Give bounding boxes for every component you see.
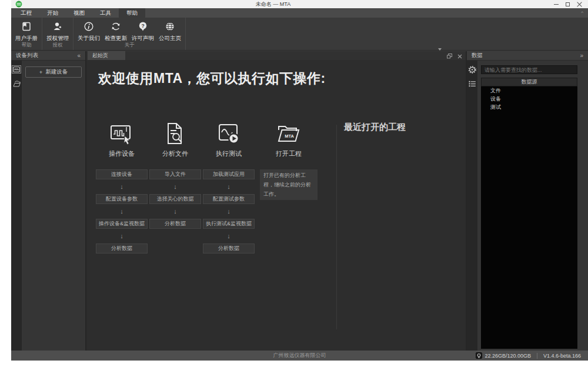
menu-tab-help[interactable]: 帮助 [119,8,145,18]
license-icon: ? [138,21,148,32]
about-us-button[interactable]: 关于我们 [75,18,102,42]
tab-actions [438,51,462,60]
operate-device-action[interactable]: 操作设备 [109,122,135,158]
close-tab-button[interactable] [457,51,462,61]
menu-tab-project[interactable]: 工程 [13,8,39,18]
data-list-view-button[interactable] [467,79,477,88]
window-controls [554,0,582,8]
tab-list-dropdown-button[interactable] [438,51,442,61]
workflow-step: 配置设备参数 [96,194,148,204]
operate-device-icon [109,122,134,145]
ribbon-group-about: 关于我们 检查更新 ? [74,18,186,50]
recent-projects-title: 最近打开的工程 [344,122,406,133]
gear-icon [469,66,476,74]
arrow-down-icon: ↓ [203,204,255,219]
arrow-down-icon: ↓ [149,179,201,194]
float-window-icon [447,54,452,59]
expand-panel-button[interactable]: » [575,52,588,59]
menu-tab-tools[interactable]: 工具 [92,8,119,18]
menubar: 工程 开始 视图 工具 帮助 ^ [11,8,588,18]
tab-start-page[interactable]: 起始页 [88,51,125,60]
statusbar: 广州致远仪器有限公司 22.26GB/120.00GB V1.4.6-beta.… [11,351,588,361]
folder-icon [13,81,21,87]
data-source-table: 数据源 文件 设备 测试 [481,78,577,349]
welcome-heading: 欢迎使用MTA，您可以执行如下操作: [98,69,326,88]
run-test-action[interactable]: 执行测试 [216,122,242,158]
data-panel-body: 数据源 文件 设备 测试 [467,61,588,351]
open-project-action[interactable]: MTA 打开工程 [276,122,302,158]
device-view-icon [13,66,20,72]
statusbar-separator [537,353,537,359]
version-text: V1.4.6-beta.166 [543,353,581,359]
workflow-step: 分析数据 [96,243,148,253]
ribbon-group-label: 授权 [42,42,73,49]
arrow-down-icon: ↓ [96,204,148,219]
workflow-step: 执行测试&监视数据 [203,219,255,229]
folder-label: MTA [285,134,294,139]
workflow-title: 操作设备 [109,149,135,158]
data-panel-header: 数据 » [467,51,588,61]
workflow-title: 分析文件 [162,149,188,158]
analyze-file-action[interactable]: 分析文件 [162,122,188,158]
ribbon-group-label: 关于 [74,42,185,49]
device-list-panel-title: 设备列表 [11,52,72,59]
menu-tab-start[interactable]: 开始 [39,8,66,18]
tree-item-files[interactable]: 文件 [481,86,577,95]
start-page-content: 欢迎使用MTA，您可以执行如下操作: 操作设备 连接设备 [86,60,466,351]
maximize-button[interactable] [566,2,570,6]
license-statement-button[interactable]: ? 许可声明 [129,18,156,42]
workflow-title: 打开工程 [276,149,302,158]
new-device-button[interactable]: + 新建设备 [25,66,82,78]
project-view-button[interactable] [12,79,21,88]
workflow-step: 连接设备 [96,169,148,179]
tree-item-devices[interactable]: 设备 [481,95,577,103]
workflow-analyze-file: 分析文件 导入文件 ↓ 选择关心的数据 ↓ 分析数据 [149,122,201,229]
user-manual-button[interactable]: 用户手册 [13,18,40,42]
right-side-strip [467,61,477,351]
company-homepage-button[interactable]: 公司主页 [156,18,183,42]
workflow-steps: 加载测试应用 ↓ 配置测试参数 ↓ 执行测试&监视数据 ↓ 分析数据 [203,169,255,253]
close-button[interactable] [577,2,582,7]
titlebar: 未命名 — MTA [11,0,588,8]
chevron-down-icon [438,48,442,61]
ribbon-group-label: 帮助 [11,42,42,49]
device-list-content: + 新建设备 [22,61,85,351]
plus-icon: + [39,69,43,75]
app-window: 未命名 — MTA 工程 开始 视图 工具 帮助 ^ 用户手册 帮助 [11,0,588,361]
workflow-operate-device: 操作设备 连接设备 ↓ 配置设备参数 ↓ 操作设备&监视数据 ↓ 分析数据 [96,122,148,253]
data-panel-title: 数据 [467,52,575,59]
ribbon-group-help: 用户手册 帮助 [11,18,42,50]
window-title: 未命名 — MTA [11,1,535,8]
workspace: 设备列表 « [11,51,588,351]
authorization-manage-button[interactable]: 授权管理 [44,18,71,42]
statusbar-right: 22.26GB/120.00GB V1.4.6-beta.166 [476,351,581,361]
device-view-button[interactable] [12,65,21,74]
menu-tab-view[interactable]: 视图 [66,8,92,18]
desktop: 未命名 — MTA 工程 开始 视图 工具 帮助 ^ 用户手册 帮助 [0,0,588,367]
check-update-button[interactable]: 检查更新 [102,18,129,42]
data-panel-content: 数据源 文件 设备 测试 [477,61,588,351]
list-icon [469,81,476,87]
new-device-label: 新建设备 [45,68,68,76]
minimize-button[interactable] [554,4,559,5]
authorization-icon [52,21,63,32]
float-window-button[interactable] [447,51,452,61]
open-project-note: 打开已有的分析工程，继续之前的分析工作。 [260,169,318,200]
data-search-input[interactable] [481,65,577,74]
workflow-steps: 连接设备 ↓ 配置设备参数 ↓ 操作设备&监视数据 ↓ 分析数据 [96,169,148,253]
tree-item-tests[interactable]: 测试 [481,103,577,111]
workflow-run-test: 执行测试 加载测试应用 ↓ 配置测试参数 ↓ 执行测试&监视数据 ↓ 分析数据 [203,122,255,253]
collapse-panel-button[interactable]: « [72,52,85,59]
workflow-step: 加载测试应用 [203,169,255,179]
ribbon-collapse-button[interactable]: ^ [581,8,583,17]
workflow-steps: 导入文件 ↓ 选择关心的数据 ↓ 分析数据 [149,169,201,229]
update-icon [111,21,121,32]
arrow-down-icon: ↓ [149,204,201,219]
data-source-config-button[interactable] [467,65,477,74]
content-divider [336,125,337,329]
workflow-step: 导入文件 [149,169,201,179]
svg-text:?: ? [141,23,144,29]
arrow-down-icon: ↓ [96,179,148,194]
workflow-step: 分析数据 [203,243,255,253]
open-project-folder-icon: MTA [276,122,302,145]
